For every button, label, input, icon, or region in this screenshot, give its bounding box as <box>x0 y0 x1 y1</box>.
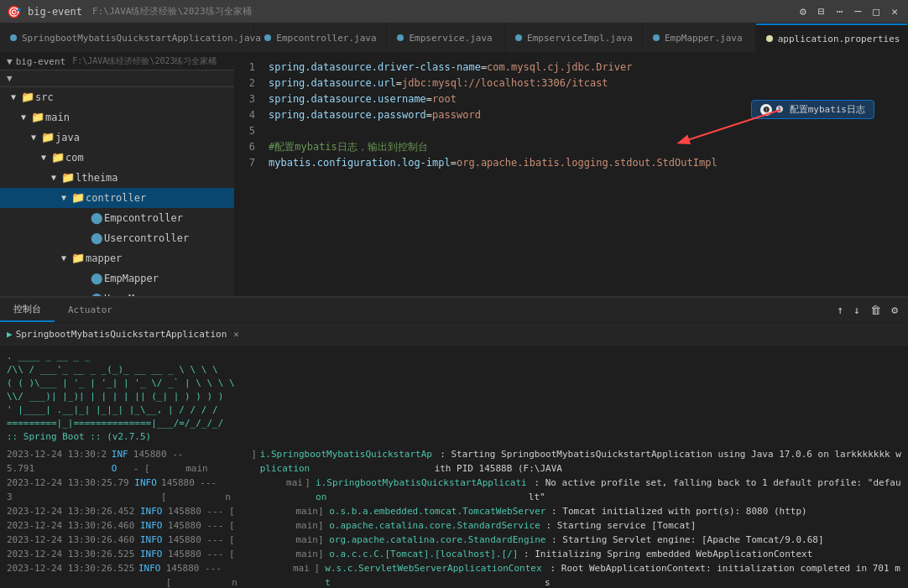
tree-label: main <box>45 109 234 126</box>
tree-item-controller[interactable]: ▼ 📁 controller <box>0 188 234 208</box>
log-line-1: 2023-12-24 13:30:25.791 INFO 145880 --- … <box>7 447 901 476</box>
project-header[interactable]: ▼ big-event F:\JAVA练经济经验\2023练习全家桶 <box>0 53 234 70</box>
tab-application-properties[interactable]: application.properties ✕ <box>756 23 908 52</box>
tree-item-main[interactable]: ▼ 📁 main <box>0 107 234 127</box>
editor-line-2: 2 spring.datasource.url=jdbc:mysql://loc… <box>235 75 908 91</box>
file-tree-sidebar: ▼ big-event F:\JAVA练经济经验\2023练习全家桶 ▼ ▼ 📁… <box>0 53 235 296</box>
clear-console-btn[interactable]: 🗑 <box>867 302 885 318</box>
arrow-icon: ▼ <box>37 149 50 166</box>
split-icon[interactable]: ⊟ <box>815 3 828 19</box>
tree-item-com[interactable]: ▼ 📁 com <box>0 148 234 168</box>
tab-label: Empcontroller.java <box>276 33 376 44</box>
tree-item-usermapper[interactable]: ⬤ UserMapper <box>0 289 234 296</box>
tree-label: Empcontroller <box>104 210 234 226</box>
tree-label: mapper <box>86 250 234 267</box>
tab-actuator-label: Actuator <box>68 304 112 315</box>
folder-icon: 📁 <box>70 250 86 267</box>
tree-item-usercontroller[interactable]: ⬤ Usercontroller <box>0 228 234 248</box>
tree-label: java <box>55 129 234 146</box>
log-line-6: 2023-12-24 13:30:26.525 INFO 145880 --- … <box>7 547 901 561</box>
folder-icon: 📁 <box>20 89 35 106</box>
arrow-icon: ▼ <box>7 89 20 106</box>
arrow-icon: ▼ <box>27 129 40 146</box>
balloon-1: ❶ ❶ 配置mybatis日志 <box>751 100 874 119</box>
arrow-icon: ▼ <box>47 169 60 186</box>
tab-label: SpringbootMybatisQuickstartApplication.j… <box>22 33 261 44</box>
maximize-icon[interactable]: □ <box>869 3 883 19</box>
log-line-7: 2023-12-24 13:30:26.525 INFO 145880 --- … <box>7 561 901 588</box>
collapse-icon2: ▼ <box>7 73 13 84</box>
more-icon[interactable]: ⋯ <box>833 3 847 19</box>
tree-item-itheima[interactable]: ▼ 📁 ltheima <box>0 168 234 188</box>
tab-empservice[interactable]: Empservice.java ✕ <box>387 23 505 52</box>
editor-panel: 1 spring.datasource.driver-class-name=co… <box>235 53 908 296</box>
title-bar: 🎯 big-event F:\JAVA练经济经验\2023练习全家桶 ⚙ ⊟ ⋯… <box>0 0 908 23</box>
collapse-icon: ▼ <box>7 56 13 67</box>
scroll-up-btn[interactable]: ↑ <box>834 302 848 318</box>
tab-dot <box>653 34 660 41</box>
editor-line-7: 7 mybatis.configuration.log-impl=org.apa… <box>235 155 908 171</box>
settings-icon[interactable]: ⚙ <box>796 3 810 19</box>
run-app-label[interactable]: SpringbootMybatisQuickstartApplication <box>16 329 227 340</box>
tree-label: Usercontroller <box>104 230 234 247</box>
tab-console-label: 控制台 <box>13 303 41 315</box>
arrow-icon: ▼ <box>57 190 70 206</box>
run-instance-bar: ▶ SpringbootMybatisQuickstartApplication… <box>0 323 908 346</box>
tab-console[interactable]: 控制台 <box>0 298 55 322</box>
window-path: F:\JAVA练经济经验\2023练习全家桶 <box>92 5 251 18</box>
log-line-2: 2023-12-24 13:30:25.793 INFO 145880 --- … <box>7 476 901 504</box>
editor-line-5: 5 <box>235 123 908 139</box>
tab-label: application.properties <box>778 34 900 44</box>
tab-label: Empservice.java <box>409 33 492 44</box>
tab-label: EmpMapper.java <box>665 33 743 44</box>
run-close-icon[interactable]: ✕ <box>233 329 239 340</box>
editor-content[interactable]: 1 spring.datasource.driver-class-name=co… <box>235 53 908 296</box>
tab-label: EmpserviceImpl.java <box>527 33 633 44</box>
folder-icon: 📁 <box>40 129 55 146</box>
project2-header[interactable]: ▼ <box>0 70 234 87</box>
tab-dot <box>10 34 17 41</box>
settings-console-btn[interactable]: ⚙ <box>888 302 901 318</box>
close-icon[interactable]: ✕ <box>888 3 901 19</box>
spring-banner: . ____ _ __ _ _ /\\ / ___'_ __ _ _(_)_ _… <box>7 350 901 444</box>
tab-bar-spacer <box>126 298 827 322</box>
editor-line-1: 1 spring.datasource.driver-class-name=co… <box>235 60 908 75</box>
folder-icon: 📁 <box>30 109 45 126</box>
tab-dot <box>766 35 773 42</box>
log-line-5: 2023-12-24 13:30:26.460 INFO 145880 --- … <box>7 533 901 547</box>
tree-label: UserMapper <box>104 290 234 296</box>
tree-label: controller <box>86 190 234 206</box>
class-icon: ⬤ <box>89 210 104 226</box>
scroll-down-btn[interactable]: ↓ <box>850 302 864 318</box>
tab-dot <box>515 34 522 41</box>
tab-main-app[interactable]: SpringbootMybatisQuickstartApplication.j… <box>0 23 254 52</box>
folder-icon: 📁 <box>70 190 86 206</box>
tab-empmapper[interactable]: EmpMapper.java ✕ <box>643 23 756 52</box>
annotation-1-text: ❶ 配置mybatis日志 <box>775 103 865 116</box>
tab-dot <box>397 34 404 41</box>
app-icon: 🎯 <box>7 5 21 18</box>
tab-actuator[interactable]: Actuator <box>55 298 126 322</box>
tree-item-mapper[interactable]: ▼ 📁 mapper <box>0 248 234 268</box>
bottom-panel: 控制台 Actuator ↑ ↓ 🗑 ⚙ ▶ SpringbootMybatis… <box>0 296 908 588</box>
project-path: F:\JAVA练经济经验\2023练习全家桶 <box>72 55 217 67</box>
tab-empserviceimpl[interactable]: EmpserviceImpl.java ✕ <box>505 23 643 52</box>
run-icon: ▶ <box>7 329 13 340</box>
tree-label: EmpMapper <box>104 270 234 287</box>
bottom-tab-bar: 控制台 Actuator ↑ ↓ 🗑 ⚙ <box>0 298 908 323</box>
editor-tab-bar: SpringbootMybatisQuickstartApplication.j… <box>0 23 908 53</box>
arrow-icon: ▼ <box>57 250 70 267</box>
log-line-3: 2023-12-24 13:30:26.452 INFO 145880 --- … <box>7 504 901 518</box>
tree-item-java[interactable]: ▼ 📁 java <box>0 127 234 148</box>
tree-item-empmapper[interactable]: ⬤ EmpMapper <box>0 268 234 289</box>
editor-line-6: 6 #配置mybatis日志，输出到控制台 <box>235 139 908 155</box>
console-output[interactable]: . ____ _ __ _ _ /\\ / ___'_ __ _ _(_)_ _… <box>0 346 908 588</box>
tree-label: src <box>35 89 234 106</box>
tree-label: ltheima <box>76 169 234 186</box>
tree-item-src[interactable]: ▼ 📁 src <box>0 87 234 107</box>
folder-icon: 📁 <box>60 169 76 186</box>
minimize-icon[interactable]: ─ <box>852 3 865 19</box>
project-name: big-event <box>16 56 66 67</box>
console-controls: ↑ ↓ 🗑 ⚙ <box>827 298 908 322</box>
tree-item-empcontroller[interactable]: ⬤ Empcontroller <box>0 208 234 228</box>
